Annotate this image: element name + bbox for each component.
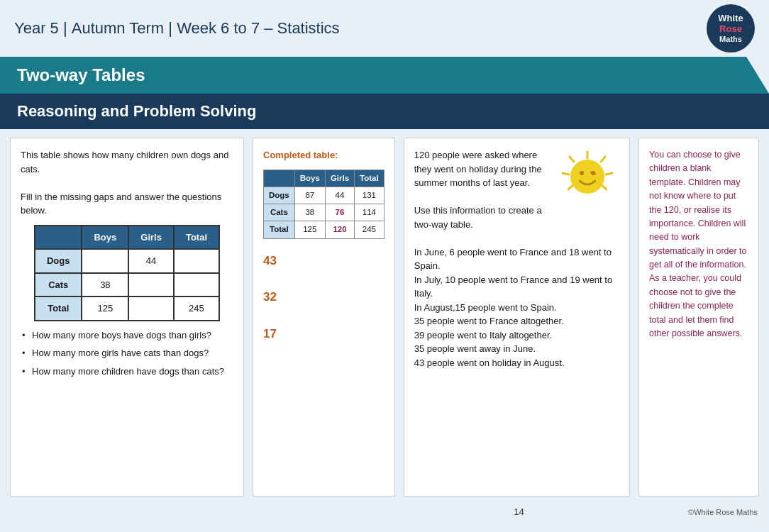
table-row: Dogs 87 44 131 — [264, 187, 384, 204]
list-item: How many more children have dogs than ca… — [21, 365, 233, 379]
row-dogs: Dogs — [35, 249, 82, 273]
fact-4: 35 people went to France altogether. — [414, 314, 619, 328]
cell-total-girls: 120 — [325, 221, 354, 238]
row-cats: Cats — [264, 204, 295, 221]
cell-cats-total — [174, 273, 219, 297]
col-girls: Girls — [128, 226, 174, 250]
twoway-title: Two-way Tables — [17, 65, 752, 85]
footer: 14 ©White Rose Maths — [0, 505, 769, 519]
list-item: How many more boys have dogs than girls? — [21, 328, 233, 343]
cell-cats-girls — [128, 273, 174, 297]
cell-cats-boys: 38 — [82, 273, 128, 297]
panel-left: This table shows how many children own d… — [10, 138, 244, 497]
bullet-list: How many more boys have dogs than girls?… — [21, 328, 233, 379]
header: Year 5 | Autumn Term | Week 6 to 7 – Sta… — [0, 0, 769, 57]
col-empty — [35, 226, 82, 250]
row-total: Total — [35, 297, 82, 321]
panel-middle-right: 120 people were asked where they went on… — [404, 138, 630, 497]
logo-line1: White — [718, 13, 743, 24]
cell-dogs-boys: 87 — [294, 187, 325, 204]
answers-list: 43 32 17 — [263, 252, 384, 343]
year-label: Year 5 — [14, 19, 59, 37]
cell-total-boys: 125 — [82, 297, 128, 321]
svg-point-7 — [570, 160, 604, 194]
copyright: ©White Rose Maths — [688, 508, 758, 516]
col-empty — [264, 170, 295, 187]
problem-table: Boys Girls Total Dogs 44 Cats 38 — [34, 225, 220, 321]
instruction-text: Fill in the missing gaps and answer the … — [21, 190, 233, 218]
completed-label: Completed table: — [263, 148, 384, 162]
table-row: Total 125 245 — [35, 297, 219, 321]
main-content: This table shows how many children own d… — [0, 129, 769, 505]
header-title: Year 5 | Autumn Term | Week 6 to 7 – Sta… — [14, 19, 340, 38]
wrm-logo: White Rose Maths — [707, 4, 755, 52]
fact-6: 35 people went away in June. — [414, 342, 619, 356]
table-row: Cats 38 — [35, 273, 219, 297]
cell-total-total: 245 — [174, 297, 219, 321]
cell-dogs-boys — [82, 249, 128, 273]
cell-dogs-total: 131 — [355, 187, 384, 204]
answer-1: 43 — [263, 252, 384, 270]
col-total: Total — [174, 226, 219, 250]
logo-line3: Maths — [719, 35, 742, 44]
completed-table: Boys Girls Total Dogs 87 44 131 Cats 38 … — [263, 170, 384, 239]
sun-illustration — [555, 148, 619, 205]
svg-point-8 — [580, 171, 584, 175]
answer-2: 32 — [263, 288, 384, 306]
cell-dogs-total — [174, 249, 219, 273]
row-dogs: Dogs — [264, 187, 295, 204]
holiday-instruction: Use this information to create a two-way… — [414, 204, 619, 231]
svg-line-2 — [606, 173, 612, 174]
cell-cats-girls: 76 — [325, 204, 354, 221]
svg-line-6 — [568, 185, 573, 189]
cell-dogs-girls: 44 — [128, 249, 174, 273]
svg-line-4 — [570, 157, 574, 162]
logo-line2: Rose — [719, 23, 742, 35]
sun-svg — [555, 148, 619, 205]
svg-line-5 — [563, 173, 569, 174]
reasoning-title: Reasoning and Problem Solving — [17, 102, 752, 121]
fact-2: In July, 10 people went to France and 19… — [414, 273, 619, 301]
weeks-label: Week 6 to 7 – Statistics — [177, 19, 339, 37]
svg-line-3 — [602, 185, 607, 189]
row-cats: Cats — [35, 273, 82, 297]
svg-line-1 — [601, 157, 605, 162]
col-boys: Boys — [294, 170, 325, 187]
cell-total-girls — [128, 297, 174, 321]
cell-total-boys: 125 — [294, 221, 325, 238]
fact-3: In August,15 people went to Spain. — [414, 301, 619, 315]
answer-3: 17 — [263, 325, 384, 343]
twoway-banner: Two-way Tables — [0, 57, 769, 94]
col-boys: Boys — [82, 226, 128, 250]
list-item: How many more girls have cats than dogs? — [21, 346, 233, 360]
reasoning-banner: Reasoning and Problem Solving — [0, 94, 769, 129]
page-number: 14 — [350, 506, 688, 517]
row-total: Total — [264, 221, 295, 238]
holiday-text1: 120 people were asked where they went on… — [414, 150, 542, 188]
table-row: Total 125 120 245 — [264, 221, 384, 238]
table-row: Cats 38 76 114 — [264, 204, 384, 221]
table-row: Dogs 44 — [35, 249, 219, 273]
panel-middle-left: Completed table: Boys Girls Total Dogs 8… — [253, 138, 395, 497]
cell-dogs-girls: 44 — [325, 187, 354, 204]
term-label: Autumn Term — [72, 19, 164, 37]
cell-total-total: 245 — [355, 221, 384, 238]
cell-cats-boys: 38 — [294, 204, 325, 221]
fact-5: 39 people went to Italy altogether. — [414, 328, 619, 343]
cell-cats-total: 114 — [355, 204, 384, 221]
teacher-notes: You can choose to give children a blank … — [649, 148, 748, 340]
fact-1: In June, 6 people went to France and 18 … — [414, 245, 619, 273]
col-total: Total — [355, 170, 384, 187]
panel-right: You can choose to give children a blank … — [638, 138, 759, 497]
fact-7: 43 people went on holiday in August. — [414, 356, 619, 370]
intro-text: This table shows how many children own d… — [21, 148, 233, 176]
col-girls: Girls — [325, 170, 354, 187]
